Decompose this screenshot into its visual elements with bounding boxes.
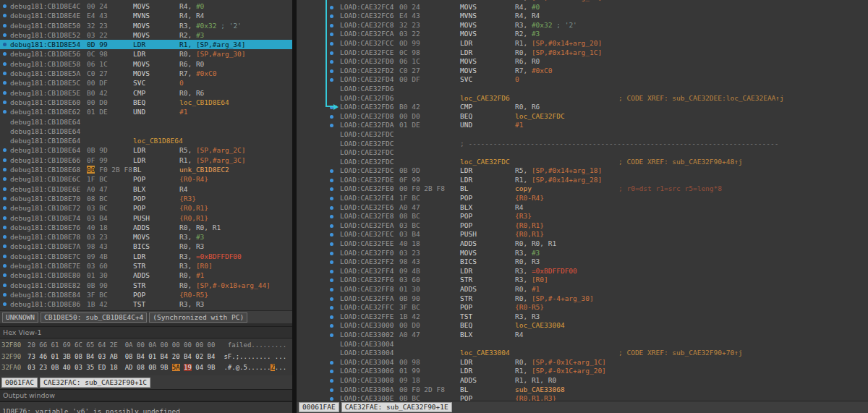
disasm-line[interactable]: debug181:CB1D8E820B 90STRR0, [SP,#-0x18+… xyxy=(0,281,292,290)
hex-row[interactable]: 32FA003 23 0B 40 03 35 ED 18AD 08 0B 9B … xyxy=(1,362,292,374)
disasm-line[interactable]: LOAD:CAE32FD6 xyxy=(297,85,868,94)
breakpoint-dot[interactable] xyxy=(330,370,333,373)
breakpoint-dot[interactable] xyxy=(330,224,333,228)
disasm-line[interactable]: LOAD:CAE32FE6A0 47BLXR4 xyxy=(297,203,868,213)
disasm-line[interactable]: debug181:CB1D8E640B 9DLDRR5, [SP,#arg_2C… xyxy=(0,145,292,155)
disasm-line[interactable]: LOAD:CAE32FF298 43BICSR0, R3 xyxy=(297,257,868,267)
breakpoint-dot[interactable] xyxy=(3,62,7,66)
disasm-line[interactable]: LOAD:CAE33004 xyxy=(297,340,868,349)
disasm-line[interactable]: LOAD:CAE32FFA0B 90STRR0, [SP,#-4+arg_30] xyxy=(297,294,868,304)
breakpoint-dot[interactable] xyxy=(330,388,333,392)
disasm-line[interactable]: debug181:CB1D8E560C 98LDRR0, [SP,#arg_30… xyxy=(0,49,292,59)
breakpoint-dot[interactable] xyxy=(3,177,7,181)
disasm-line[interactable]: debug181:CB1D8E540D 99LDRR1, [SP,#arg_34… xyxy=(0,40,292,49)
breakpoint-dot[interactable] xyxy=(3,72,7,75)
breakpoint-dot[interactable] xyxy=(3,52,7,56)
disasm-line[interactable]: debug181:CB1D8E5EB0 42CMPR0, R6 xyxy=(0,88,292,98)
disasm-line[interactable]: debug181:CB1D8E7008 BCPOP{R3} xyxy=(0,194,292,203)
disasm-line[interactable]: debug181:CB1D8E7C09 4BLDRR3, =0xBDFFDF00 xyxy=(0,252,292,261)
breakpoint-dot[interactable] xyxy=(330,124,333,127)
breakpoint-dot[interactable] xyxy=(330,397,333,401)
disasm-line[interactable]: debug181:CB1D8E64 xyxy=(0,117,292,127)
disasm-line[interactable]: LOAD:CAE3300000 D0BEQloc_CAE33004 xyxy=(297,321,868,331)
breakpoint-dot[interactable] xyxy=(3,33,7,37)
disasm-line[interactable]: debug181:CB1D8E6EA0 47BLXR4 xyxy=(0,184,292,194)
hex-row[interactable]: 32F9073 46 01 3B 08 B4 03 AB08 B4 01 B4 … xyxy=(1,352,292,363)
breakpoint-dot[interactable] xyxy=(3,206,7,210)
breakpoint-dot[interactable] xyxy=(3,302,7,306)
disasm-line[interactable]: LOAD:CAE32FFC3F BCPOP{R0-R5} xyxy=(297,303,868,312)
breakpoint-dot[interactable] xyxy=(3,216,7,220)
disasm-line[interactable]: debug181:CB1D8E4C00 24MOVSR4, #0 xyxy=(0,1,292,11)
disassembly-view-load[interactable]: LOAD:CAE32FC202 99LDRR1, [SP,#0x14+arg_2… xyxy=(297,0,868,401)
disasm-line[interactable]: LOAD:CAE3300E0B BCPOP{R0,R1,R3} xyxy=(297,394,868,401)
hex-view[interactable]: 32F8020 66 61 69 6C 65 64 2E0A 00 0A 00 … xyxy=(0,339,292,375)
disasm-line[interactable]: LOAD:CAE32FD6loc_CAE32FD6; CODE XREF: su… xyxy=(297,94,868,103)
breakpoint-dot[interactable] xyxy=(330,333,333,337)
breakpoint-dot[interactable] xyxy=(3,110,7,114)
breakpoint-dot[interactable] xyxy=(330,215,333,218)
breakpoint-dot[interactable] xyxy=(3,148,7,152)
disasm-line[interactable]: debug181:CB1D8E843F BCPOP{R0-R5} xyxy=(0,290,292,299)
breakpoint-dot[interactable] xyxy=(3,273,7,277)
disasm-line[interactable]: LOAD:CAE32FD400 DFSVC0 xyxy=(297,75,868,85)
disasm-line[interactable]: LOAD:CAE32FD800 D0BEQloc_CAE32FDC xyxy=(297,112,868,122)
disasm-line[interactable]: LOAD:CAE32FF409 4BLDRR3, =0xBDFFDF00 xyxy=(297,267,868,276)
output-window[interactable]: 1D8E76: variable 'v6' is possibly undefi… xyxy=(0,401,292,413)
disasm-line[interactable]: debug181:CB1D8E7403 B4PUSH{R0,R1} xyxy=(0,213,292,223)
breakpoint-dot[interactable] xyxy=(330,260,333,264)
disasm-line[interactable]: debug181:CB1D8E5032 23MOVSR3, #0x32 ; '2… xyxy=(0,21,292,30)
breakpoint-dot[interactable] xyxy=(330,252,333,255)
breakpoint-dot[interactable] xyxy=(3,235,7,239)
disasm-line[interactable]: LOAD:CAE32FEA03 BCPOP{R0,R1} xyxy=(297,221,868,231)
disasm-line[interactable]: LOAD:CAE32FD006 1CMOVSR6, R0 xyxy=(297,57,868,67)
disasm-line[interactable]: debug181:CB1D8E7E03 60STRR3, [R0] xyxy=(0,261,292,271)
disasm-line[interactable]: debug181:CB1D8E6000 D0BEQloc_CB1D8E64 xyxy=(0,98,292,107)
breakpoint-dot[interactable] xyxy=(3,158,7,162)
breakpoint-dot[interactable] xyxy=(3,81,7,85)
disasm-line[interactable]: debug181:CB1D8E660F 99LDRR1, [SP,#arg_3C… xyxy=(0,156,292,165)
disasm-line[interactable]: LOAD:CAE32FDA01 DEUND#1 xyxy=(297,121,868,130)
disasm-line[interactable]: LOAD:CAE32FE000 F0 2B F8BLcopy; r0=dst r… xyxy=(297,184,868,194)
disasm-line[interactable]: debug181:CB1D8E5806 1CMOVSR6, R0 xyxy=(0,59,292,69)
disasm-line[interactable]: debug181:CB1D8E7640 18ADDSR0, R0, R1 xyxy=(0,223,292,232)
disasm-line[interactable]: LOAD:CAE32FDC xyxy=(297,130,868,140)
disasm-line[interactable]: LOAD:CAE32FCC0D 99LDRR1, [SP,#0x14+arg_2… xyxy=(297,39,868,48)
breakpoint-dot[interactable] xyxy=(330,242,333,246)
disasm-line[interactable]: LOAD:CAE33004loc_CAE33004; CODE XREF: su… xyxy=(297,349,868,358)
disasm-line[interactable]: LOAD:CAE32FC832 23MOVSR3, #0x32 ; '2' xyxy=(297,21,868,30)
disasm-line[interactable]: LOAD:CAE3300A00 F0 2D F8BLsub_CAE33068 xyxy=(297,386,868,395)
breakpoint-dot[interactable] xyxy=(330,379,333,383)
breakpoint-dot[interactable] xyxy=(3,4,7,8)
disasm-line[interactable]: debug181:CB1D8E5203 22MOVSR2, #3 xyxy=(0,30,292,40)
disasm-line[interactable]: LOAD:CAE32FDC0B 9DLDRR5, [SP,#0x14+arg_1… xyxy=(297,166,868,176)
breakpoint-dot[interactable] xyxy=(330,206,333,210)
disasm-line[interactable]: debug181:CB1D8E8001 30ADDSR0, #1 xyxy=(0,271,292,280)
breakpoint-dot[interactable] xyxy=(330,288,333,291)
breakpoint-dot[interactable] xyxy=(3,244,7,248)
breakpoint-dot[interactable] xyxy=(3,101,7,104)
breakpoint-dot[interactable] xyxy=(330,324,333,328)
disasm-line[interactable]: LOAD:CAE32FCA03 22MOVSR2, #3 xyxy=(297,30,868,39)
breakpoint-dot[interactable] xyxy=(3,284,7,287)
disasm-line[interactable]: LOAD:CAE32FC400 24MOVSR4, #0 xyxy=(297,3,868,12)
disasm-line[interactable]: LOAD:CAE32FF603 60STRR3, [R0] xyxy=(297,276,868,285)
breakpoint-dot[interactable] xyxy=(3,197,7,200)
breakpoint-dot[interactable] xyxy=(330,233,333,237)
disasm-line[interactable]: LOAD:CAE3300809 18ADDSR1, R1, R0 xyxy=(297,376,868,386)
disasm-line[interactable]: debug181:CB1D8E861B 42TSTR3, R3 xyxy=(0,299,292,309)
disasm-line[interactable]: debug181:CB1D8E4EE4 43MVNSR4, R4 xyxy=(0,11,292,20)
hex-row[interactable]: 32F8020 66 61 69 6C 65 64 2E0A 00 0A 00 … xyxy=(1,340,292,352)
disasm-line[interactable]: debug181:CB1D8E7803 23MOVSR3, #3 xyxy=(0,232,292,242)
disasm-line[interactable]: LOAD:CAE32FD6B0 42CMPR0, R6 xyxy=(297,103,868,112)
breakpoint-dot[interactable] xyxy=(3,293,7,297)
disasm-line[interactable]: LOAD:CAE32FFE1B 42TSTR3, R3 xyxy=(297,312,868,322)
disasm-line[interactable]: LOAD:CAE32FF003 23MOVSR3, #3 xyxy=(297,249,868,258)
disasm-line[interactable]: LOAD:CAE32FF801 30ADDSR0, #1 xyxy=(297,285,868,294)
disasm-line[interactable]: LOAD:CAE32FEE40 18ADDSR0, R0, R1 xyxy=(297,239,868,249)
breakpoint-dot[interactable] xyxy=(3,24,7,27)
disasm-line[interactable]: LOAD:CAE32FD2C0 27MOVSR7, #0xC0 xyxy=(297,67,868,76)
breakpoint-dot[interactable] xyxy=(3,14,7,17)
breakpoint-dot[interactable] xyxy=(330,179,333,182)
breakpoint-dot[interactable] xyxy=(330,187,333,191)
